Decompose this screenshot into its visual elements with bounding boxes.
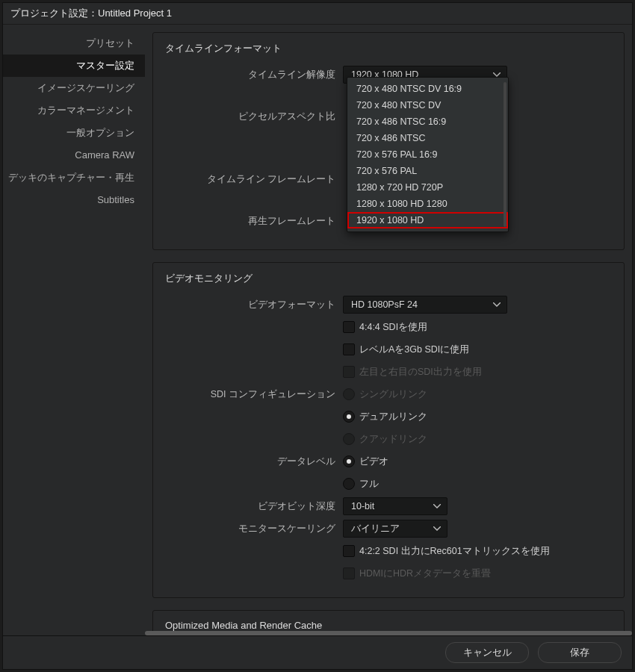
window-title: プロジェクト設定：Untitled Project 1 (3, 3, 632, 25)
checkbox-lr-sdi-output (343, 366, 355, 378)
checkbox-444-sdi[interactable] (343, 321, 355, 333)
dropdown-item-selected[interactable]: 1920 x 1080 HD (347, 212, 508, 228)
chevron-down-icon (433, 526, 441, 531)
dialog-footer: キャンセル 保存 (3, 635, 632, 669)
sidebar-item-presets[interactable]: プリセット (3, 32, 145, 55)
label-level-a-3gb: レベルAを3Gb SDIに使用 (359, 343, 469, 356)
label-hdmi-hdr: HDMIにHDRメタデータを重畳 (359, 567, 491, 580)
label-timeline-framerate: タイムライン フレームレート (164, 173, 343, 186)
select-video-format[interactable]: HD 1080PsF 24 (343, 296, 507, 314)
label-data-video: ビデオ (359, 455, 388, 468)
sidebar-item-image-scaling[interactable]: イメージスケーリング (3, 77, 145, 99)
label-playback-framerate: 再生フレームレート (164, 215, 343, 228)
sidebar-item-general-options[interactable]: 一般オプション (3, 122, 145, 144)
section-title-optimized: Optimized Media and Render Cache (165, 620, 613, 631)
label-timeline-resolution: タイムライン解像度 (164, 69, 343, 81)
section-video-monitoring: ビデオモニタリング ビデオフォーマット HD 1080PsF 24 (152, 262, 625, 598)
label-lr-sdi-output: 左目と右目のSDI出力を使用 (359, 366, 482, 379)
sidebar-item-subtitles[interactable]: Subtitles (3, 189, 145, 211)
horizontal-scrollbar[interactable] (145, 631, 632, 635)
chevron-down-icon (433, 504, 441, 508)
dropdown-item[interactable]: 1280 x 720 HD 720P (347, 179, 508, 196)
label-422-rec601: 4:2:2 SDI 出力にRec601マトリックスを使用 (359, 545, 550, 558)
cancel-button[interactable]: キャンセル (445, 642, 529, 663)
checkbox-hdmi-hdr (343, 567, 355, 579)
label-data-level: データレベル (164, 455, 343, 468)
select-video-format-value: HD 1080PsF 24 (351, 299, 418, 310)
save-button[interactable]: 保存 (538, 642, 622, 663)
checkbox-level-a-3gb[interactable] (343, 343, 355, 355)
dropdown-item[interactable]: 720 x 480 NTSC DV 16:9 (347, 81, 508, 97)
label-sdi-dual: デュアルリンク (359, 411, 427, 423)
select-monitor-scaling[interactable]: バイリニア (343, 520, 447, 538)
label-monitor-scaling: モニタースケーリング (164, 523, 343, 535)
label-data-full: フル (359, 478, 379, 491)
sidebar-item-camera-raw[interactable]: Camera RAW (3, 144, 145, 167)
select-monitor-scaling-value: バイリニア (351, 523, 400, 535)
radio-sdi-single (343, 388, 355, 400)
dropdown-item[interactable]: 720 x 576 PAL 16:9 (347, 146, 508, 163)
radio-data-full[interactable] (343, 478, 355, 490)
label-sdi-single: シングルリンク (359, 388, 427, 401)
chevron-down-icon (493, 302, 501, 307)
sidebar-item-master-settings[interactable]: マスター設定 (3, 55, 145, 77)
select-bit-depth[interactable]: 10-bit (343, 497, 447, 515)
checkbox-422-rec601[interactable] (343, 545, 355, 557)
dialog-body: プリセット マスター設定 イメージスケーリング カラーマネージメント 一般オプシ… (3, 25, 632, 635)
sidebar-item-color-management[interactable]: カラーマネージメント (3, 99, 145, 122)
dropdown-item[interactable]: 720 x 576 PAL (347, 163, 508, 179)
label-sdi-quad: クアッドリンク (359, 433, 427, 446)
settings-sidebar: プリセット マスター設定 イメージスケーリング カラーマネージメント 一般オプシ… (3, 25, 145, 635)
radio-data-video[interactable] (343, 455, 355, 467)
dropdown-scrollbar[interactable] (504, 82, 507, 227)
label-sdi-configuration: SDI コンフィギュレーション (164, 388, 343, 401)
select-bit-depth-value: 10-bit (351, 501, 374, 511)
sidebar-item-deck-capture-playback[interactable]: デッキのキャプチャー・再生 (3, 167, 145, 189)
dropdown-item[interactable]: 1280 x 1080 HD 1280 (347, 196, 508, 212)
dropdown-resolution-list[interactable]: 720 x 480 NTSC DV 16:9 720 x 480 NTSC DV… (347, 77, 509, 232)
project-settings-window: プロジェクト設定：Untitled Project 1 プリセット マスター設定… (2, 2, 633, 670)
section-title-timeline: タイムラインフォーマット (165, 42, 613, 55)
label-video-format: ビデオフォーマット (164, 299, 343, 311)
radio-sdi-quad (343, 433, 355, 445)
dropdown-item[interactable]: 720 x 486 NTSC 16:9 (347, 113, 508, 130)
radio-sdi-dual[interactable] (343, 411, 355, 423)
dropdown-item[interactable]: 720 x 480 NTSC DV (347, 97, 508, 113)
label-444-sdi: 4:4:4 SDIを使用 (359, 321, 427, 334)
section-title-monitoring: ビデオモニタリング (165, 272, 613, 285)
dropdown-item[interactable]: 720 x 486 NTSC (347, 130, 508, 146)
label-pixel-aspect: ピクセルアスペクト比 (164, 111, 343, 123)
label-bit-depth: ビデオビット深度 (164, 500, 343, 513)
